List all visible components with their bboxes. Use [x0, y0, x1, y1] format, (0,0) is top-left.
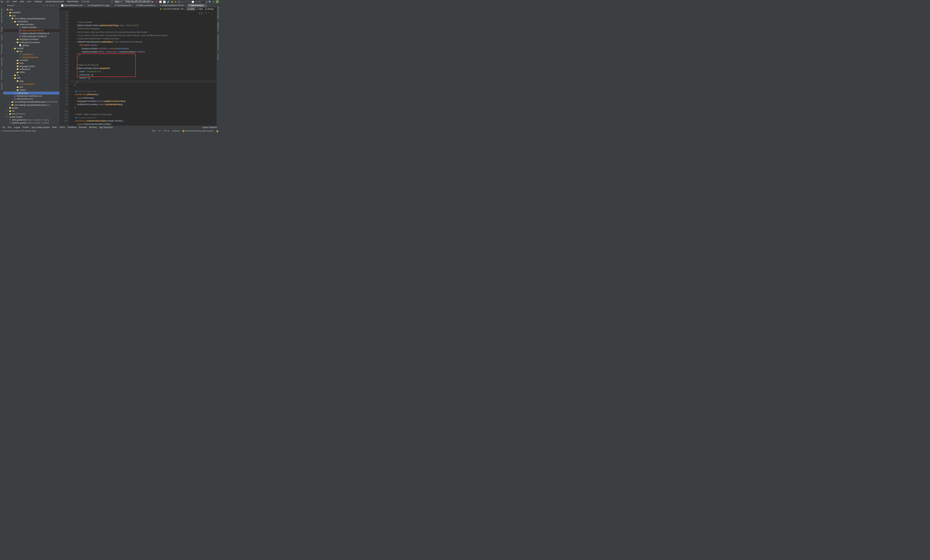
up-icon[interactable]: ⌃	[208, 12, 209, 15]
warning-icon[interactable]: ⚠ 3	[199, 12, 202, 15]
split-view-button[interactable]: ⊟ Split	[196, 8, 204, 10]
tool-window-button[interactable]: Structure	[1, 83, 3, 90]
tree-item[interactable]: KDataCoordinator+DataStore.kt	[3, 32, 59, 35]
tool-window-button[interactable]: Emulator	[217, 53, 219, 60]
close-icon[interactable]: ×	[111, 5, 112, 6]
tree-item[interactable]: KDataCoordinator+Update.kt	[3, 35, 59, 38]
down-icon[interactable]: ⌄	[211, 12, 213, 15]
tool-window-button[interactable]: Resource Manager	[1, 8, 3, 23]
tree-item[interactable]: ▸📁notificationCoordinator	[3, 41, 59, 44]
attach-icon[interactable]: 🔗	[167, 0, 169, 3]
tree-item[interactable]: ▸📁constants	[3, 59, 59, 61]
tree-item[interactable]: ▸📁res (generated)	[3, 112, 59, 115]
minimize-icon[interactable]: —	[56, 4, 58, 6]
design-view-button[interactable]: ▦ Design	[204, 8, 215, 10]
editor-tab[interactable]: KMainActivity.kt×	[187, 3, 207, 8]
gear-icon[interactable]: ⚙	[53, 4, 55, 6]
editor-tab[interactable]: ⚙build.gradle.kts (:app)×	[86, 3, 113, 8]
close-icon[interactable]: ×	[132, 5, 133, 6]
live-edit-toggle[interactable]: ⚡ Live Edit of literals: ON ▾	[159, 8, 187, 10]
tool-window-button[interactable]: Commit	[1, 35, 3, 40]
tree-item[interactable]: KMainActivity+UI.kt	[3, 97, 59, 100]
run-config-selector[interactable]: 📱 app ▾	[111, 0, 122, 3]
tree-item[interactable]: ▸📁states	[3, 71, 59, 74]
bottom-tool-button[interactable]: Build	[51, 126, 58, 128]
tree-item[interactable]: ▾📁data	[3, 80, 59, 83]
editor-tab[interactable]: 📄AndroidManifest.xml×	[60, 3, 86, 8]
sdk-icon[interactable]: ⬇	[206, 0, 208, 3]
tree-item[interactable]: ▾📁models	[3, 47, 59, 50]
tree-item[interactable]: ▸📁languageCoordinator	[3, 38, 59, 41]
rollback-icon[interactable]: ↶	[196, 0, 197, 3]
tool-window-button[interactable]: Pull Requests	[1, 43, 3, 54]
avd-icon[interactable]: 📱	[202, 0, 205, 3]
tree-item[interactable]: KMainActivity+Notifications.kt	[3, 95, 59, 97]
tree-item[interactable]: ▸📁json	[3, 86, 59, 88]
bottom-tool-button[interactable]: Logcat	[12, 126, 21, 128]
tree-item[interactable]: ⒸMainActivity	[3, 92, 59, 95]
tree-item[interactable]: ▸📁res	[3, 109, 59, 112]
editor-tab[interactable]: KGsonRequest.kt×	[113, 3, 135, 8]
run-icon[interactable]: ▶	[152, 0, 154, 3]
bottom-tool-button[interactable]: App Quality Insights	[30, 126, 51, 128]
sync-icon[interactable]: ⟳	[199, 0, 200, 3]
close-icon[interactable]: ×	[156, 5, 157, 6]
tree-item[interactable]: ▾📁com.delasign.samplestarterproject	[3, 17, 59, 20]
search-icon[interactable]: 🔍	[209, 0, 211, 3]
settings-icon[interactable]: ⚙	[213, 0, 215, 3]
tree-item[interactable]: ▸📁assets	[3, 106, 59, 109]
editor-tab[interactable]: KDataCoordinator+API.kt×	[159, 3, 187, 8]
inspection-bar[interactable]: ⚠ 3 ✓ 1 ⌃ ⌄	[199, 12, 213, 15]
encoding[interactable]: UTF-8	[163, 130, 169, 132]
tool-window-button[interactable]: Build Variants	[1, 69, 3, 80]
tree-item[interactable]: ▾📁coordinators	[3, 20, 59, 23]
tree-item[interactable]: ▸📁com.delasign.samplestarterproject (tes…	[3, 104, 59, 106]
tree-item[interactable]: ▸📁com.delasign.samplestarterproject (and…	[3, 101, 59, 104]
collapse-icon[interactable]: ⊟	[50, 4, 52, 6]
bottom-tool-button[interactable]: Terminal	[77, 126, 88, 128]
tree-item[interactable]: ⚙build.gradle.kts (Project: Sample_Proje…	[3, 118, 59, 121]
code-view-button[interactable]: ≡ Code	[186, 8, 196, 10]
code-content[interactable]: // Test an update DataCoordinator.shared…	[69, 11, 217, 126]
lock-icon[interactable]: 🔒	[216, 130, 219, 132]
locate-icon[interactable]: ⊙	[44, 4, 45, 6]
tree-item[interactable]: ▸📁manifests	[3, 11, 59, 14]
tool-window-button[interactable]: Device File Explorer	[217, 35, 219, 50]
update-icon[interactable]: ↙	[182, 0, 184, 3]
tree-item[interactable]: ▾📁java	[3, 14, 59, 17]
tree-body[interactable]: ▾📦app▸📁manifests▾📁java▾📁com.delasign.sam…	[3, 8, 59, 126]
tree-item[interactable]: ▸📁keys	[3, 61, 59, 64]
tree-header-title[interactable]: Android	[7, 4, 13, 6]
tree-item[interactable]: 📄.gitkeep	[3, 44, 59, 47]
tool-window-button[interactable]: Bookmarks	[1, 57, 3, 66]
tree-item[interactable]: ⒸGsonRequest	[3, 83, 59, 86]
tool-window-button[interactable]: Device Manager	[217, 6, 219, 19]
breadcrumb[interactable]: pp〉src〉main〉java〉com〉delasign〉samplestar…	[1, 0, 111, 3]
tool-window-button[interactable]: Project	[1, 26, 3, 31]
tree-item[interactable]: ▾📦app	[3, 8, 59, 11]
bottom-tool-button[interactable]: Run	[6, 126, 12, 128]
close-icon[interactable]: ×	[84, 5, 85, 6]
tool-window-button[interactable]: Notifications	[217, 22, 219, 32]
device-selector[interactable]: 📱 Pixel_3a_API_33_x86_64 ▾	[122, 0, 152, 3]
bottom-tool-button[interactable]: Profiler	[21, 126, 30, 128]
close-icon[interactable]: ×	[205, 5, 206, 6]
filter-icon[interactable]: ⇅	[47, 4, 48, 6]
bottom-tool-button[interactable]: Problems	[66, 126, 77, 128]
tree-item[interactable]: ⒸSampleError	[3, 53, 59, 56]
close-icon[interactable]: ×	[185, 5, 186, 6]
tree-item[interactable]: ⒸSampleResponse	[3, 56, 59, 59]
tree-item[interactable]: ▾📁dataCoordinator	[3, 23, 59, 26]
debug-icon[interactable]: 🐞	[156, 0, 158, 3]
git-branch[interactable]: 🔱 tutorial/data/setup-api-requests	[182, 130, 214, 132]
code-editor[interactable]: 7273747576777879808182838485868788899091…	[60, 11, 217, 126]
tree-item[interactable]: ▸📁ui	[3, 74, 59, 77]
coverage-icon[interactable]: 📊	[159, 0, 162, 3]
tree-item[interactable]: ▾📁utils	[3, 77, 59, 80]
bottom-tool-button[interactable]: App Inspection	[98, 126, 114, 128]
lightning-icon[interactable]: ⚡	[171, 0, 173, 3]
tree-item[interactable]: ▾⚙Gradle Scripts	[3, 115, 59, 118]
indent[interactable]: 4 spaces	[171, 130, 180, 132]
profiler-icon[interactable]: 📈	[163, 0, 166, 3]
stop-icon[interactable]: ■	[175, 0, 176, 3]
